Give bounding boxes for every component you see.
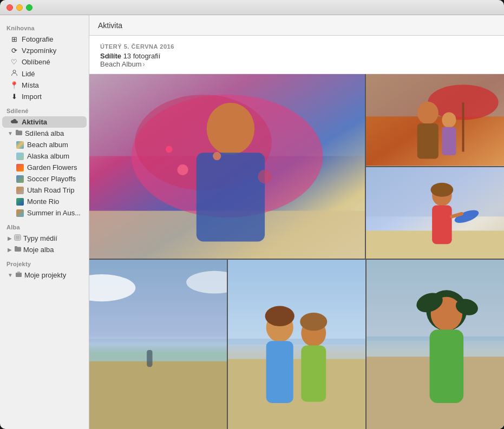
sidebar-item-label: Sdílená alba — [25, 129, 64, 137]
utah-road-trip-thumbnail — [16, 187, 24, 194]
sidebar-item-label: Monte Rio — [27, 197, 82, 206]
sidebar-item-label: Lidé — [22, 70, 82, 78]
photo-bottom-right2[interactable] — [366, 260, 504, 429]
title-bar — [0, 0, 504, 15]
svg-point-20 — [417, 102, 438, 124]
activity-date: ÚTERÝ 5. ČERVNA 2016 — [100, 43, 493, 50]
photo-bottom-group — [89, 260, 504, 429]
sidebar-item-vzpominky[interactable]: ⟳ Vzpomínky — [2, 45, 87, 56]
sidebar-item-label: Alaska album — [27, 152, 82, 160]
svg-rect-36 — [89, 361, 227, 429]
sidebar-item-label: Moje projekty — [24, 271, 66, 279]
svg-rect-44 — [266, 341, 293, 403]
photo-top-right[interactable] — [366, 74, 504, 166]
sidebar-item-label: Beach album — [27, 141, 82, 149]
svg-point-12 — [177, 164, 188, 175]
alaska-album-thumbnail — [16, 153, 24, 160]
svg-rect-40 — [228, 339, 365, 361]
svg-rect-21 — [417, 123, 438, 159]
photo-bottom-left[interactable] — [89, 260, 227, 429]
photo-right-group — [366, 74, 504, 259]
collapse-arrow-icon: ▶ — [8, 247, 12, 253]
beach-album-thumbnail — [16, 141, 24, 149]
sidebar-item-utah-road-trip[interactable]: Utah Road Trip — [2, 184, 87, 196]
activity-link[interactable]: Beach Album › — [100, 60, 493, 68]
activity-content: ÚTERÝ 5. ČERVNA 2016 Sdílíte 13 fotograf… — [89, 36, 504, 429]
sidebar-item-aktivita[interactable]: Aktivita — [2, 116, 87, 128]
main-header: Aktivita — [89, 15, 504, 36]
sidebar-item-label: Soccer Playoffs — [27, 175, 82, 183]
maximize-button[interactable] — [26, 4, 32, 11]
photo-bottom-right[interactable] — [366, 167, 504, 259]
section-label-sdilene: Sdílené — [0, 102, 89, 116]
sidebar: Knihovna ⊞ Fotografie ⟳ Vzpomínky ♡ Oblí… — [0, 15, 89, 429]
svg-point-10 — [207, 103, 254, 155]
collapse-arrow-icon: ▼ — [8, 272, 13, 278]
photos-grid — [89, 74, 504, 429]
soccer-playoffs-thumbnail — [16, 175, 24, 183]
sidebar-item-label: Místa — [22, 81, 82, 89]
garden-flowers-thumbnail — [16, 164, 24, 171]
content-area: Knihovna ⊞ Fotografie ⟳ Vzpomínky ♡ Oblí… — [0, 15, 504, 429]
activity-desc-count: 13 fotografií — [123, 52, 161, 60]
sidebar-item-import[interactable]: ⬇ Import — [2, 91, 87, 102]
sidebar-item-summer-in-aus[interactable]: Summer in Aus... — [2, 207, 87, 219]
svg-rect-37 — [147, 350, 152, 367]
sidebar-item-monte-rio[interactable]: Monte Rio — [2, 196, 87, 207]
traffic-lights — [6, 4, 32, 11]
svg-rect-3 — [16, 273, 22, 277]
svg-point-22 — [442, 112, 456, 128]
sidebar-item-beach-album[interactable]: Beach album — [2, 139, 87, 150]
minimize-button[interactable] — [16, 4, 23, 11]
svg-rect-54 — [430, 329, 464, 403]
photos-icon: ⊞ — [10, 35, 18, 43]
section-label-knihovna: Knihovna — [0, 19, 89, 34]
svg-point-28 — [431, 182, 454, 196]
location-icon: 📍 — [10, 81, 18, 89]
svg-rect-41 — [228, 359, 365, 429]
sidebar-item-label: Garden Flowers — [27, 163, 82, 171]
app-window: Knihovna ⊞ Fotografie ⟳ Vzpomínky ♡ Oblí… — [0, 0, 504, 429]
sidebar-item-oblibene[interactable]: ♡ Oblíbené — [2, 56, 87, 68]
my-albums-icon — [14, 246, 21, 254]
activity-info: ÚTERÝ 5. ČERVNA 2016 Sdílíte 13 fotograf… — [89, 36, 504, 74]
svg-rect-23 — [442, 127, 456, 155]
svg-point-43 — [265, 306, 294, 327]
sidebar-item-label: Summer in Aus... — [27, 209, 82, 217]
sidebar-item-alaska-album[interactable]: Alaska album — [2, 150, 87, 162]
sidebar-item-sdilena-alba[interactable]: ▼ Sdílená alba — [2, 128, 87, 139]
photo-main-large[interactable] — [89, 74, 365, 259]
svg-rect-39 — [228, 260, 365, 344]
activity-description: Sdílíte 13 fotografií — [100, 52, 493, 60]
sidebar-item-lide[interactable]: Lidé — [2, 68, 87, 80]
sidebar-item-moje-projekty[interactable]: ▼ Moje projekty — [2, 269, 87, 281]
svg-rect-29 — [432, 205, 452, 244]
activity-link-label: Beach Album — [100, 60, 142, 68]
import-icon: ⬇ — [10, 93, 18, 101]
sidebar-item-label: Moje alba — [23, 246, 54, 254]
person-icon — [10, 69, 18, 78]
media-types-icon — [14, 234, 21, 242]
sidebar-item-fotografie[interactable]: ⊞ Fotografie — [2, 34, 87, 45]
svg-point-15 — [166, 146, 173, 153]
photo-bottom-center[interactable] — [228, 260, 365, 429]
sidebar-item-moje-alba[interactable]: ▶ Moje alba — [2, 244, 87, 255]
sidebar-item-typy-medii[interactable]: ▶ Typy médií — [2, 233, 87, 244]
svg-rect-47 — [301, 346, 326, 402]
sidebar-item-label: Vzpomínky — [22, 47, 82, 55]
summer-in-aus-thumbnail — [16, 209, 24, 217]
svg-rect-2 — [16, 236, 20, 240]
sidebar-item-mista[interactable]: 📍 Místa — [2, 80, 87, 91]
svg-point-14 — [258, 170, 272, 183]
sidebar-item-garden-flowers[interactable]: Garden Flowers — [2, 162, 87, 173]
projects-icon — [15, 271, 22, 279]
heart-icon: ♡ — [10, 58, 18, 66]
sidebar-item-soccer-playoffs[interactable]: Soccer Playoffs — [2, 173, 87, 184]
sidebar-item-label: Fotografie — [22, 35, 82, 43]
section-label-projekty: Projekty — [0, 255, 89, 269]
svg-rect-4 — [17, 272, 20, 273]
memories-icon: ⟳ — [10, 47, 18, 55]
folder-icon — [15, 129, 23, 137]
close-button[interactable] — [6, 4, 13, 11]
svg-point-46 — [300, 313, 327, 331]
